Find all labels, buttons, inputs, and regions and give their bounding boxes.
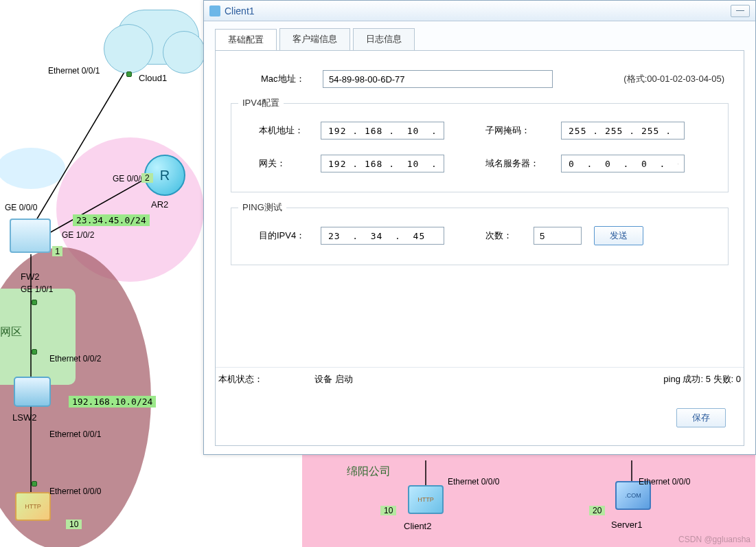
- firewall-label: FW2: [21, 271, 39, 282]
- link-dot: [32, 349, 37, 355]
- link-dot: [126, 71, 132, 77]
- dns-label: 域名服务器：: [485, 157, 561, 170]
- port-eth000-s1: Ethernet 0/0/0: [639, 477, 690, 487]
- subnet-tag-1: 23.34.45.0/24: [73, 214, 150, 226]
- cloud-label: Cloud1: [139, 73, 167, 83]
- fw2-number-tag: 1: [52, 246, 62, 256]
- status-ping-result: ping 成功: 5 失败: 0: [663, 373, 741, 386]
- tab-panel-basic: Mac地址： (格式:00-01-02-03-04-05) IPV4配置 本机地…: [215, 50, 744, 446]
- tab-client-info[interactable]: 客户端信息: [279, 28, 350, 50]
- client2-label: Client2: [404, 521, 431, 531]
- titlebar[interactable]: Client1 —: [204, 1, 755, 21]
- switch-icon[interactable]: [14, 377, 51, 407]
- port-ge102: GE 1/0/2: [62, 230, 94, 240]
- zone-blue: [0, 148, 65, 189]
- tab-log-info[interactable]: 日志信息: [353, 28, 415, 50]
- client-config-window: Client1 — 基础配置 客户端信息 日志信息 Mac地址： (格式:00-…: [203, 0, 756, 455]
- window-title: Client1: [225, 5, 255, 16]
- tab-basic[interactable]: 基础配置: [215, 29, 277, 51]
- port-ge000-r: GE 0/0/0: [113, 174, 145, 183]
- mac-label: Mac地址：: [247, 73, 323, 85]
- gateway-label: 网关：: [245, 157, 321, 170]
- status-local-label: 本机状态：: [218, 373, 314, 386]
- router-label: AR2: [151, 199, 168, 210]
- tab-bar: 基础配置 客户端信息 日志信息: [204, 21, 755, 50]
- minimize-button[interactable]: —: [731, 5, 750, 17]
- ping-dest-input[interactable]: [321, 227, 444, 245]
- link-dot: [32, 481, 37, 487]
- mac-hint: (格式:00-01-02-03-04-05): [623, 73, 724, 85]
- status-bar: 本机状态： 设备 启动 ping 成功: 5 失败: 0: [216, 367, 744, 390]
- zone-label: 网区: [0, 325, 22, 339]
- port-eth000-low: Ethernet 0/0/0: [49, 487, 101, 496]
- port-ge101: GE 1/0/1: [21, 284, 53, 294]
- ipv4-legend: IPV4配置: [238, 97, 284, 109]
- ping-legend: PING测试: [238, 201, 286, 214]
- ping-dest-label: 目的IPV4：: [245, 230, 321, 242]
- num-tag-10b: 10: [380, 506, 396, 515]
- app-icon: [209, 5, 220, 16]
- port-eth001-low: Ethernet 0/0/1: [49, 429, 101, 439]
- port-eth002: Ethernet 0/0/2: [49, 354, 101, 364]
- ping-count-input[interactable]: [534, 227, 582, 245]
- mask-label: 子网掩码：: [485, 124, 561, 137]
- switch-label: LSW2: [12, 412, 36, 423]
- server1-label: Server1: [611, 520, 643, 530]
- firewall-icon[interactable]: [10, 219, 51, 253]
- cloud-icon[interactable]: [117, 10, 199, 65]
- subnet-tag-2: 192.168.10.0/24: [69, 396, 156, 408]
- num-tag-10a: 10: [66, 520, 82, 529]
- mask-input[interactable]: [561, 122, 685, 139]
- num-tag-20: 20: [589, 506, 605, 515]
- num-tag-2: 2: [141, 173, 153, 183]
- watermark: CSDN @ggluansha: [678, 535, 751, 544]
- client2-icon[interactable]: HTTP: [408, 485, 444, 514]
- status-device: 设备 启动: [314, 373, 353, 386]
- dns-input[interactable]: [561, 155, 685, 172]
- mac-input[interactable]: [323, 70, 553, 88]
- ipv4-fieldset: IPV4配置 本机地址： 子网掩码： 网关： 域名服务器：: [231, 103, 729, 192]
- mianyang-label: 绵阳公司: [347, 465, 391, 479]
- local-ip-label: 本机地址：: [245, 124, 321, 137]
- local-ip-input[interactable]: [321, 122, 444, 139]
- port-eth000-c2: Ethernet 0/0/0: [448, 477, 499, 487]
- http-host-icon[interactable]: HTTP: [15, 492, 51, 521]
- ping-send-button[interactable]: 发送: [594, 226, 643, 245]
- port-ge000-a: GE 0/0/0: [5, 203, 37, 212]
- gateway-input[interactable]: [321, 155, 444, 172]
- ping-count-label: 次数：: [485, 230, 534, 242]
- ping-fieldset: PING测试 目的IPV4： 次数： 发送: [231, 208, 729, 265]
- port-eth001-top: Ethernet 0/0/1: [48, 66, 100, 76]
- link-dot: [32, 300, 37, 305]
- save-button[interactable]: 保存: [676, 408, 726, 427]
